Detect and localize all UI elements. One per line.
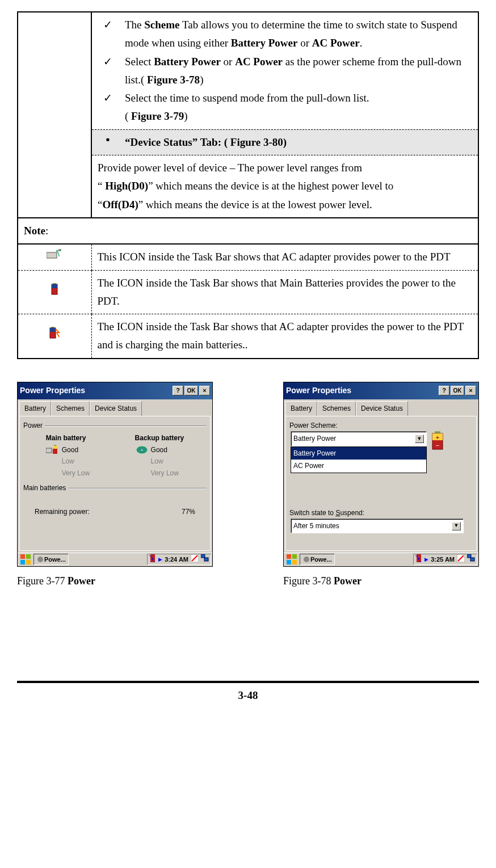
battery-charging-icon <box>49 327 60 345</box>
power-group-label: Power <box>23 420 207 431</box>
tab-schemes[interactable]: Schemes <box>51 401 90 416</box>
body-text: Provide power level of device – The powe… <box>98 162 362 174</box>
tray-icon[interactable] <box>415 554 422 566</box>
power-properties-window: Power Properties ? OK × Battery Schemes … <box>17 382 213 567</box>
tab-device-status[interactable]: Device Status <box>356 401 408 416</box>
svg-rect-31 <box>287 560 291 564</box>
icon-desc-cell: This ICON inside the Task Bar shows that… <box>91 244 478 270</box>
dropdown-value: After 5 minutes <box>293 520 339 532</box>
svg-rect-29 <box>287 554 291 559</box>
battery-icon-cell <box>18 270 91 314</box>
tray-arrow-icon[interactable]: ▶ <box>158 555 162 564</box>
device-status-header: “Device Status” Tab: ( Figure 3-80) <box>125 133 472 151</box>
tabs: Battery Schemes Device Status <box>18 399 212 416</box>
clock: 3:24 AM <box>165 554 188 565</box>
tray-icon[interactable] <box>457 554 465 566</box>
chevron-down-icon: ▼ <box>415 435 424 443</box>
svg-rect-15 <box>26 554 31 559</box>
icon-desc-cell: The ICON inside the Task Bar shows that … <box>91 314 478 359</box>
svg-text:+: + <box>436 434 439 441</box>
taskbar-task[interactable]: Powe... <box>33 554 69 565</box>
tab-schemes[interactable]: Schemes <box>317 401 356 416</box>
check-icon: ✓ <box>98 16 125 53</box>
chevron-down-icon: ▼ <box>452 522 461 530</box>
start-button[interactable] <box>285 554 299 565</box>
coin-battery-icon: + <box>135 445 149 455</box>
scheme-tab-cell: ✓ The Scheme Tab allows you to determine… <box>91 12 478 129</box>
suspend-dropdown[interactable]: After 5 minutes ▼ <box>291 519 464 533</box>
svg-rect-16 <box>20 560 25 564</box>
main-battery-heading: Main battery <box>46 432 90 444</box>
body-text: “ High(D0)” which means the device is at… <box>98 180 393 192</box>
bullet-icon: ● <box>98 133 125 151</box>
desktop-icon[interactable] <box>467 554 475 566</box>
charging-icon-cell <box>18 314 91 359</box>
remaining-power-value: 77% <box>182 506 195 517</box>
empty-left-cell <box>18 12 91 129</box>
level-verylow: Very Low <box>62 467 90 479</box>
ok-button[interactable]: OK <box>184 386 198 395</box>
suspend-label: Switch state to Suspend: <box>289 507 473 519</box>
dropdown-option[interactable]: Battery Power <box>291 447 426 460</box>
system-tray: ▶ 3:25 AM <box>413 554 477 565</box>
svg-point-18 <box>37 557 43 562</box>
task-label: Powe... <box>44 554 66 565</box>
checklist-item: The Scheme Tab allows you to determine t… <box>125 16 472 53</box>
icon-desc-cell: The ICON inside the Task Bar shows that … <box>91 270 478 314</box>
level-good: Good <box>151 444 167 456</box>
figures-row: Power Properties ? OK × Battery Schemes … <box>17 382 479 590</box>
ac-power-icon-cell <box>18 244 91 270</box>
body-text: “Off(D4)” which means the device is at t… <box>98 199 372 210</box>
battery-panel: Power Main battery Good <box>19 416 211 551</box>
gear-icon <box>36 555 44 563</box>
dropdown-list: Battery Power AC Power <box>291 446 427 473</box>
svg-rect-22 <box>201 554 205 558</box>
level-verylow: Very Low <box>151 467 179 479</box>
close-button[interactable]: × <box>199 386 210 395</box>
help-button[interactable]: ? <box>173 386 183 395</box>
tab-device-status[interactable]: Device Status <box>90 401 142 416</box>
battery-status-icon: + − <box>430 431 445 450</box>
svg-rect-4 <box>52 284 57 288</box>
svg-rect-14 <box>20 554 25 559</box>
desktop-icon[interactable] <box>201 554 209 566</box>
system-tray: ▶ 3:24 AM <box>147 554 211 565</box>
ac-plug-icon <box>47 248 62 266</box>
figure-caption: Figure 3-78 Power <box>283 572 479 590</box>
svg-text:−: − <box>436 442 439 449</box>
titlebar: Power Properties ? OK × <box>18 382 212 399</box>
plug-battery-icon <box>46 445 60 455</box>
check-icon: ✓ <box>98 89 125 126</box>
icon-description: The ICON inside the Task Bar shows that … <box>98 321 464 351</box>
taskbar-task[interactable]: Powe... <box>300 554 335 565</box>
figure-caption: Figure 3-77 Power <box>17 572 213 590</box>
svg-rect-38 <box>470 558 474 561</box>
dropdown-option[interactable]: AC Power <box>291 460 426 472</box>
tab-battery[interactable]: Battery <box>19 401 51 416</box>
ok-button[interactable]: OK <box>451 386 464 395</box>
tab-battery[interactable]: Battery <box>285 401 317 416</box>
level-low: Low <box>151 456 163 467</box>
tray-icon[interactable] <box>191 554 199 566</box>
window-title: Power Properties <box>20 384 85 398</box>
tray-icon[interactable] <box>149 554 156 566</box>
svg-rect-10 <box>53 446 57 449</box>
svg-rect-17 <box>26 560 31 564</box>
checklist-item: Select Battery Power or AC Power as the … <box>125 53 472 90</box>
tray-arrow-icon[interactable]: ▶ <box>424 555 428 564</box>
start-button[interactable] <box>19 554 32 565</box>
help-button[interactable]: ? <box>439 386 449 395</box>
titlebar: Power Properties ? OK × <box>284 382 478 399</box>
remaining-power-label: Remaining power: <box>35 506 90 517</box>
battery-icon <box>51 283 58 301</box>
svg-rect-11 <box>54 445 56 446</box>
close-button[interactable]: × <box>465 386 476 395</box>
svg-rect-23 <box>204 558 208 561</box>
svg-rect-37 <box>467 554 471 558</box>
content-table: ✓ The Scheme Tab allows you to determine… <box>17 11 479 359</box>
checklist: ✓ The Scheme Tab allows you to determine… <box>98 16 472 126</box>
power-scheme-dropdown[interactable]: Battery Power ▼ <box>291 431 427 446</box>
empty-left-cell <box>18 155 91 218</box>
figure-3-78: Power Properties ? OK × Battery Schemes … <box>283 382 479 590</box>
power-properties-window: Power Properties ? OK × Battery Schemes … <box>283 382 479 567</box>
